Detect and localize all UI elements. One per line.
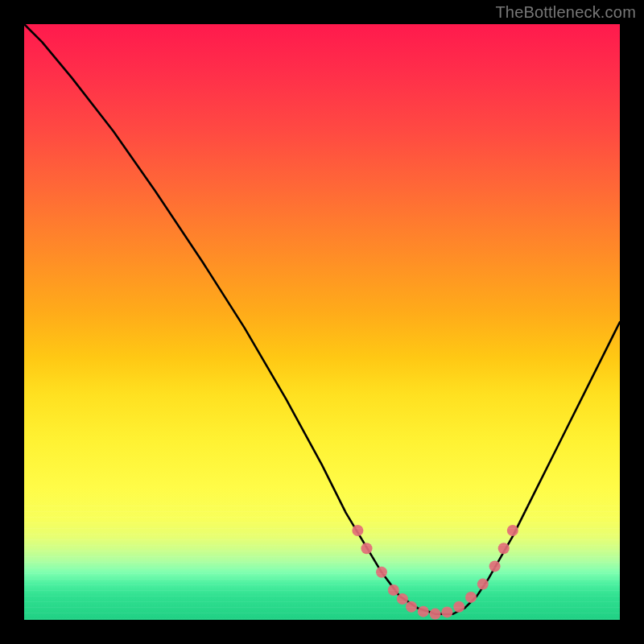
curve-marker (376, 567, 387, 578)
curve-marker (418, 606, 429, 617)
curve-marker (498, 543, 510, 554)
curve-marker (397, 593, 408, 605)
curve-marker (430, 609, 441, 620)
curve-marker (441, 606, 452, 617)
bottleneck-curve (24, 24, 620, 614)
chart-frame: TheBottleneck.com (0, 0, 644, 644)
curve-marker (489, 560, 501, 572)
curve-marker (465, 592, 477, 603)
curve-marker (453, 601, 464, 613)
watermark-text: TheBottleneck.com (495, 3, 636, 22)
curve-marker (361, 543, 373, 554)
curve-marker (507, 525, 518, 536)
gradient-plot-area (24, 24, 620, 620)
curve-marker (406, 601, 417, 613)
chart-svg (24, 24, 620, 620)
curve-marker (477, 579, 489, 590)
curve-marker (352, 525, 363, 536)
curve-marker (388, 584, 399, 596)
